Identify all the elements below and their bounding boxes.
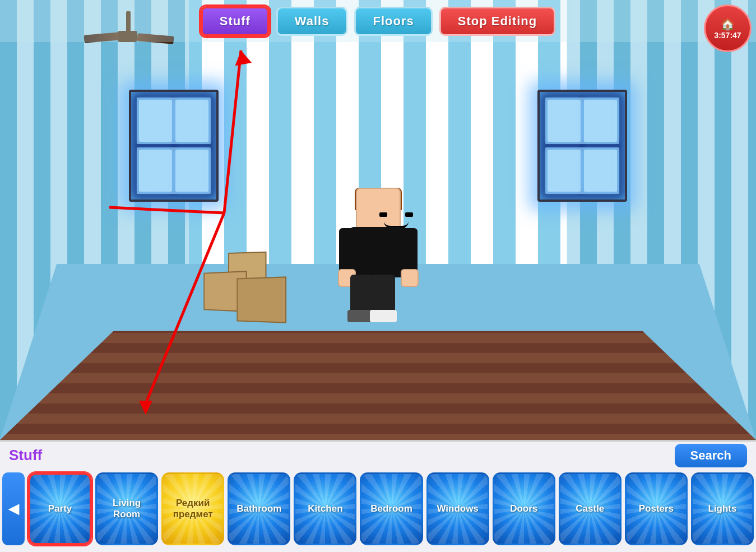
prev-arrow-button[interactable]: ◀ [2,472,25,545]
category-item-doors[interactable]: Doors [493,472,555,545]
search-button[interactable]: Search [675,444,747,467]
box-right [236,276,286,323]
window-left [129,90,219,202]
category-item-kitchen[interactable]: Kitchen [294,472,356,545]
floors-button[interactable]: Floors [354,7,432,36]
category-item-bedroom[interactable]: Bedroom [360,472,423,545]
toolbar: Stuff Walls Floors Stop Editing [0,0,756,42]
game-viewport: Stuff Walls Floors Stop Editing 🏠 3:57:4… [0,0,756,440]
category-item-party[interactable]: Party [28,472,92,545]
category-item-lights[interactable]: Lights [691,472,754,545]
category-item-castle[interactable]: Castle [559,472,622,545]
stop-editing-button[interactable]: Stop Editing [439,7,556,36]
category-item-posters[interactable]: Posters [625,472,688,545]
window-right [537,90,627,202]
timer-time: 3:57:47 [714,31,741,40]
category-item-rare[interactable]: Редкий предмет [161,472,224,545]
panel-title: Stuff [9,447,42,464]
timer-badge: 🏠 3:57:47 [704,4,752,52]
category-item-windows[interactable]: Windows [426,472,489,545]
stuff-button[interactable]: Stuff [201,6,270,36]
categories-row: ◀ PartyLiving RoomРедкий предметBathroom… [0,467,756,551]
timer-icon: 🏠 [721,17,735,31]
bottom-panel: Stuff Search ◀ PartyLiving RoomРедкий пр… [0,440,756,552]
panel-header: Stuff Search [0,442,756,467]
walls-button[interactable]: Walls [276,7,348,36]
roblox-character [339,188,418,328]
category-item-bathroom[interactable]: Bathroom [228,472,290,545]
category-item-living-room[interactable]: Living Room [95,472,158,545]
